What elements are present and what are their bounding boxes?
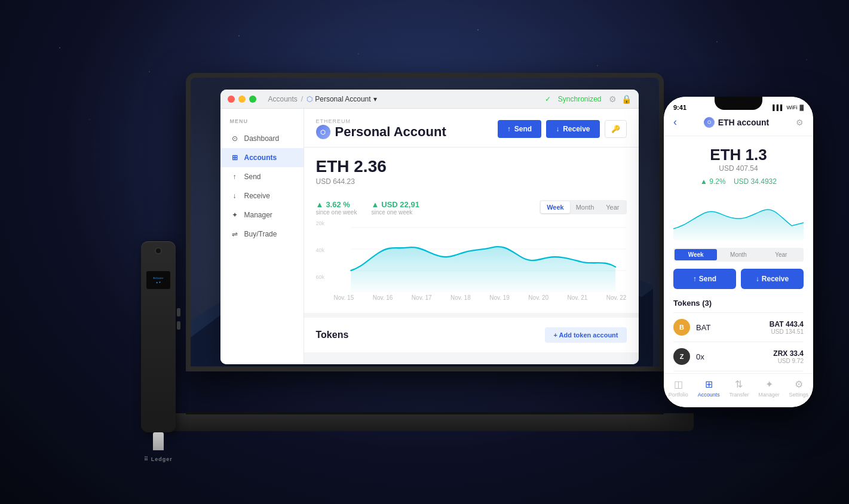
key-button[interactable]: 🔑	[605, 120, 627, 138]
stat-usd-arrow: ▲	[371, 200, 379, 209]
sidebar-item-buytrade[interactable]: ⇌ Buy/Trade	[220, 225, 304, 244]
nav-accounts-icon: ⊞	[705, 379, 713, 390]
chart-svg	[316, 220, 627, 292]
tab-month[interactable]: Month	[570, 201, 600, 213]
time-tabs: Week Month Year	[540, 200, 626, 214]
settings-icon[interactable]: ⚙	[609, 94, 617, 104]
receive-button[interactable]: ↓ Receive	[546, 120, 599, 138]
chart-stats: ▲ 3.62 % since one week ▲	[316, 200, 419, 216]
nav-settings-icon: ⚙	[795, 379, 803, 390]
status-icons: ▌▌▌ WiFi ▓	[773, 105, 804, 110]
phone-tab-week[interactable]: Week	[675, 249, 717, 260]
manager-icon: ✦	[230, 210, 240, 220]
ledger-brand-label: ⠿ Ledger	[137, 456, 179, 462]
receive-arrow-icon: ↓	[556, 125, 559, 133]
x-axis-labels: Nov. 15 Nov. 16 Nov. 17 Nov. 18 Nov. 19 …	[316, 292, 627, 303]
titlebar: Accounts / ⬡ Personal Account ▾ ✓ Synchr…	[220, 90, 639, 109]
zrx-name: 0x	[696, 352, 704, 361]
chart-controls: ▲ 3.62 % since one week ▲	[316, 195, 627, 216]
back-button[interactable]: ‹	[673, 116, 677, 128]
sync-checkmark: ✓	[545, 95, 551, 103]
sync-status: ✓ Synchronized ⚙ 🔒	[545, 94, 632, 104]
sidebar-item-send[interactable]: ↑ Send	[220, 167, 304, 186]
traffic-lights	[228, 96, 256, 103]
tab-year[interactable]: Year	[600, 201, 625, 213]
bat-icon: B	[673, 319, 690, 336]
phone-token-bat: B BAT BAT 443.4 USD 134.51	[673, 312, 804, 342]
add-token-button[interactable]: + Add token account	[545, 327, 626, 343]
close-button[interactable]	[228, 96, 235, 103]
account-header: ETHEREUM ⬡ Personal Account ↑	[304, 109, 639, 147]
device-body: Bitcoin ▲ ▼	[141, 241, 176, 432]
chart-area: ▲ 3.62 % since one week ▲	[304, 195, 639, 313]
bat-amount: BAT 443.4	[770, 320, 804, 328]
phone-notch	[715, 97, 762, 110]
phone-chart-svg	[673, 193, 804, 241]
phone-eth-icon: ⬡	[704, 117, 715, 128]
device-top-button[interactable]	[155, 247, 162, 254]
portfolio-icon: ◫	[674, 379, 683, 390]
breadcrumb-sep: /	[301, 95, 303, 103]
stat-usd-label: since one week	[371, 209, 419, 216]
phone-body: ETH 1.3 USD 407.54 ▲ 9.2% USD 34.4932	[664, 136, 813, 373]
transfer-label: Transfer	[729, 392, 749, 398]
phone-send-button[interactable]: ↑ Send	[673, 269, 736, 289]
nav-settings[interactable]: ⚙ Settings	[789, 379, 809, 398]
phone-send-icon: ↑	[693, 275, 697, 283]
nav-settings-label: Settings	[789, 392, 809, 398]
phone-token-bat-right: BAT 443.4 USD 134.51	[770, 320, 804, 335]
nav-manager[interactable]: ✦ Manager	[758, 379, 780, 398]
phone-chart	[673, 193, 804, 241]
eth-icon: ⬡	[316, 125, 330, 139]
breadcrumb: Accounts / ⬡ Personal Account ▾	[268, 95, 377, 103]
dashboard-icon: ⊙	[230, 134, 240, 143]
phone-tab-year[interactable]: Year	[760, 249, 802, 260]
phone: 9:41 ▌▌▌ WiFi ▓ ‹ ⬡ ETH account ⚙	[664, 97, 813, 407]
sidebar-item-receive[interactable]: ↓ Receive	[220, 186, 304, 205]
tokens-section: Tokens + Add token account	[304, 318, 639, 352]
send-icon: ↑	[230, 172, 240, 182]
lock-icon[interactable]: 🔒	[621, 94, 632, 104]
phone-tab-month[interactable]: Month	[717, 249, 759, 260]
phone-balance: ETH 1.3 USD 407.54	[673, 146, 804, 173]
buytrade-icon: ⇌	[230, 229, 240, 239]
signal-icon: ▌▌▌	[773, 105, 784, 110]
zrx-usd: USD 9.72	[773, 358, 804, 364]
account-name: ⬡ Personal Account	[316, 124, 446, 140]
phone-screen: 9:41 ▌▌▌ WiFi ▓ ‹ ⬡ ETH account ⚙	[664, 97, 813, 407]
screen-text-1: Bitcoin	[154, 276, 164, 279]
sidebar-item-dashboard[interactable]: ⊙ Dashboard	[220, 129, 304, 148]
tab-week[interactable]: Week	[541, 201, 570, 213]
portfolio-label: Portfolio	[669, 392, 688, 398]
zrx-amount: ZRX 33.4	[773, 349, 804, 358]
send-arrow-icon: ↑	[507, 125, 511, 133]
stat-usd: ▲ USD 22,91 since one week	[371, 200, 419, 216]
side-btn-top[interactable]	[177, 308, 180, 316]
nav-transfer[interactable]: ⇅ Transfer	[729, 379, 749, 398]
accounts-icon: ⊞	[230, 153, 240, 162]
send-button[interactable]: ↑ Send	[498, 120, 541, 138]
minimize-button[interactable]	[238, 96, 246, 103]
app-window: Accounts / ⬡ Personal Account ▾ ✓ Synchr…	[220, 90, 639, 364]
maximize-button[interactable]	[249, 96, 256, 103]
usd-balance: USD 644.23	[316, 177, 627, 186]
laptop-hinge	[186, 412, 664, 414]
nav-manager-icon: ✦	[765, 379, 773, 390]
nav-portfolio[interactable]: ◫ Portfolio	[669, 379, 688, 398]
sidebar-item-accounts[interactable]: ⊞ Accounts	[220, 148, 304, 167]
phone-eth-amount: ETH 1.3	[673, 146, 804, 164]
phone-gear-icon[interactable]: ⚙	[796, 118, 804, 127]
phone-receive-icon: ↓	[756, 275, 759, 283]
y-axis-labels: 60k 40k 20k	[316, 220, 325, 280]
phone-time-tabs: Week Month Year	[673, 248, 804, 262]
sidebar-item-manager[interactable]: ✦ Manager	[220, 205, 304, 225]
tokens-label: Tokens	[316, 330, 349, 340]
nav-accounts[interactable]: ⊞ Accounts	[698, 379, 720, 398]
side-btn-bottom[interactable]	[177, 321, 180, 330]
phone-receive-button[interactable]: ↓ Receive	[741, 269, 804, 289]
sidebar: MENU ⊙ Dashboard ⊞ Accounts ↑	[220, 109, 304, 364]
phone-change: ▲ 9.2% USD 34.4932	[673, 177, 804, 186]
breadcrumb-accounts[interactable]: Accounts	[268, 95, 298, 103]
stat-percent-label: since one week	[316, 209, 357, 216]
network-label: ETHEREUM	[316, 118, 446, 124]
